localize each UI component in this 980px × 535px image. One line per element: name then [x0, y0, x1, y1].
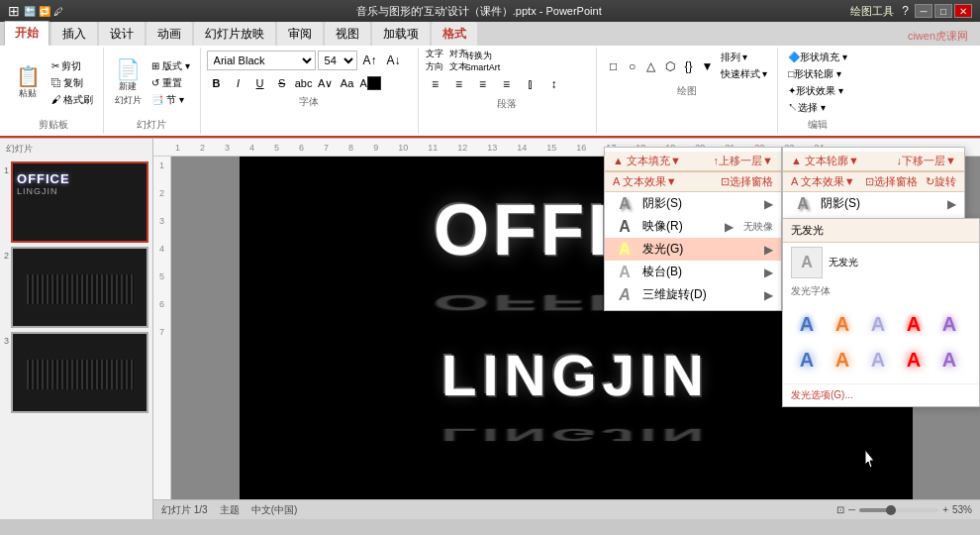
drawing-group: □ ○ △ ⬡ {} ▼ 排列 ▾ 快速样式 ▾ 绘图	[597, 48, 779, 134]
zoom-slider[interactable]	[859, 508, 938, 512]
move-up-label: ↑上移一层▼	[714, 154, 773, 168]
shadow-item[interactable]: A 阴影(S) ▶	[605, 192, 781, 215]
convert-smartart-button[interactable]: 转换为SmartArt	[472, 50, 494, 71]
paste-label: 粘贴	[19, 87, 37, 100]
glow-color-10[interactable]: A	[933, 344, 965, 375]
clear-format-button[interactable]: Aa	[338, 73, 357, 93]
help-icon[interactable]: ?	[902, 4, 909, 18]
align-center-button[interactable]: ≡	[448, 73, 470, 95]
align-right-button[interactable]: ≡	[472, 73, 494, 95]
ribbon-tabs: 开始 插入 设计 动画 幻灯片放映 审阅 视图 加载项 格式 ciwen虎课网	[0, 22, 980, 46]
3d-rotate-icon: A	[613, 287, 637, 303]
editing-buttons: 🔷形状填充 ▾ □形状轮廓 ▾ ✦形状效果 ▾ ↖选择 ▾	[784, 50, 851, 116]
glow-color-7[interactable]: A	[827, 344, 858, 375]
close-button[interactable]: ✕	[954, 4, 972, 18]
tab-review[interactable]: 审阅	[277, 22, 323, 46]
bevel-item[interactable]: A 棱台(B) ▶	[605, 261, 781, 283]
paste-button[interactable]: 📋 粘贴	[10, 64, 46, 102]
glow-color-1[interactable]: A	[791, 308, 823, 340]
shadow-item-2[interactable]: A 阴影(S) ▶	[783, 192, 964, 215]
underline-button[interactable]: U	[250, 73, 270, 93]
zoom-out-button[interactable]: ─	[848, 504, 855, 515]
font-size-select[interactable]: 54	[318, 51, 357, 70]
section-button[interactable]: 📑 节 ▾	[147, 92, 194, 108]
glow-color-5[interactable]: A	[933, 308, 965, 340]
arrange-button[interactable]: 排列 ▾	[717, 50, 772, 65]
tab-slideshow[interactable]: 幻灯片放映	[194, 22, 275, 46]
reflection-item[interactable]: A 映像(R) ▶ 无映像	[605, 215, 781, 238]
text-direction-button[interactable]: 文字方向	[425, 50, 446, 71]
text-outline-label2: ▲ 文本轮廓▼	[791, 154, 859, 168]
font-color-button[interactable]: A	[359, 73, 382, 93]
decrease-font-button[interactable]: A↓	[383, 50, 405, 71]
glow-item[interactable]: A 发光(G) ▶	[605, 238, 781, 261]
cut-button[interactable]: ✂ 剪切	[48, 58, 97, 74]
new-slide-button[interactable]: 📄 新建 幻灯片	[110, 57, 146, 109]
text-effects-label2: A 文本效果▼	[613, 174, 677, 189]
shape-effects-button[interactable]: ✦形状效果 ▾	[784, 83, 851, 99]
clipboard-label: 剪贴板	[39, 118, 68, 132]
maximize-button[interactable]: □	[934, 4, 952, 18]
slide-1-thumb[interactable]: OFFICE LINGJIN	[11, 161, 148, 243]
strikethrough-button[interactable]: S	[272, 73, 292, 93]
paragraph-group: 文字方向 对齐文本 转换为SmartArt ≡ ≡ ≡ ≡ ⫿ ↕ 段落	[419, 48, 597, 134]
bold-button[interactable]: B	[207, 73, 227, 93]
increase-font-button[interactable]: A↑	[359, 50, 381, 71]
tab-addins[interactable]: 加载项	[372, 22, 430, 46]
shadow-label-2: 阴影(S)	[821, 195, 860, 212]
tab-home[interactable]: 开始	[4, 21, 49, 46]
glow-color-4[interactable]: A	[898, 308, 930, 340]
new-slide-icon: 📄	[116, 59, 141, 79]
font-color-swatch	[367, 76, 381, 90]
shadow-text-button[interactable]: abc	[294, 73, 314, 93]
shadow-icon-2: A	[791, 196, 815, 212]
align-left-button[interactable]: ≡	[425, 73, 446, 95]
line-spacing-button[interactable]: ↕	[543, 73, 565, 95]
zoom-in-button[interactable]: +	[942, 504, 948, 515]
slides-group: 📄 新建 幻灯片 ⊞ 版式 ▾ ↺ 重置 📑 节 ▾ 幻灯片	[104, 48, 201, 134]
shape-outline-button[interactable]: □形状轮廓 ▾	[784, 66, 851, 82]
clipboard-small-buttons: ✂ 剪切 ⿻ 复制 🖌 格式刷	[48, 58, 97, 108]
glow-color-3[interactable]: A	[862, 308, 894, 340]
tab-format[interactable]: 格式	[432, 22, 477, 46]
tab-view[interactable]: 视图	[325, 22, 370, 46]
columns-button[interactable]: ⫿	[520, 73, 541, 95]
slide-2-thumb[interactable]	[11, 247, 148, 328]
layout-button[interactable]: ⊞ 版式 ▾	[147, 58, 194, 74]
glow-more-options[interactable]: 发光选项(G)...	[783, 383, 979, 406]
select-button[interactable]: ↖选择 ▾	[784, 100, 851, 116]
secondary-header2: A 文本效果▼ ⊡选择窗格 ↻旋转	[783, 171, 964, 192]
language-label: 中文(中国)	[251, 503, 298, 517]
glow-font-label: 发光字体	[783, 282, 979, 300]
font-family-select[interactable]: Arial Black	[207, 51, 316, 70]
glow-color-8[interactable]: A	[862, 344, 894, 375]
slide-2-num: 2	[4, 251, 9, 261]
tab-transitions[interactable]: 动画	[147, 22, 192, 46]
zoom-fit-button[interactable]: ⊡	[836, 504, 844, 515]
italic-button[interactable]: I	[229, 73, 248, 93]
copy-button[interactable]: ⿻ 复制	[48, 75, 97, 91]
3d-rotate-item[interactable]: A 三维旋转(D) ▶	[605, 283, 781, 306]
shape-more[interactable]: ▼	[697, 55, 719, 77]
no-glow-item[interactable]: A	[791, 247, 823, 278]
zoom-slider-thumb[interactable]	[886, 505, 896, 515]
glow-color-9[interactable]: A	[898, 344, 930, 375]
minimize-button[interactable]: ─	[915, 4, 932, 18]
slide-3-thumb[interactable]	[11, 332, 148, 413]
text-outline-header: A 文本效果▼ ⊡选择窗格	[605, 171, 781, 192]
shape-grid: □ ○ △ ⬡ {} ▼	[603, 55, 715, 77]
slide-3-row: 3	[4, 332, 148, 413]
tab-insert[interactable]: 插入	[51, 22, 97, 46]
tab-design[interactable]: 设计	[99, 22, 145, 46]
reset-button[interactable]: ↺ 重置	[147, 75, 194, 91]
justify-button[interactable]: ≡	[496, 73, 518, 95]
glow-color-6[interactable]: A	[791, 344, 823, 375]
slide-1-row: 1 OFFICE LINGJIN	[4, 161, 148, 243]
reflection-arrow: ▶	[725, 220, 734, 234]
quick-styles-button[interactable]: 快速样式 ▾	[717, 66, 772, 82]
shape-fill-button[interactable]: 🔷形状填充 ▾	[784, 50, 851, 65]
format-painter-button[interactable]: 🖌 格式刷	[48, 92, 97, 108]
glow-color-2[interactable]: A	[827, 308, 858, 340]
char-spacing-button[interactable]: A∨	[316, 73, 336, 93]
glow-submenu: 无发光 A 无发光 发光字体 A A A A A A A A A A 发光选项(…	[782, 218, 980, 407]
